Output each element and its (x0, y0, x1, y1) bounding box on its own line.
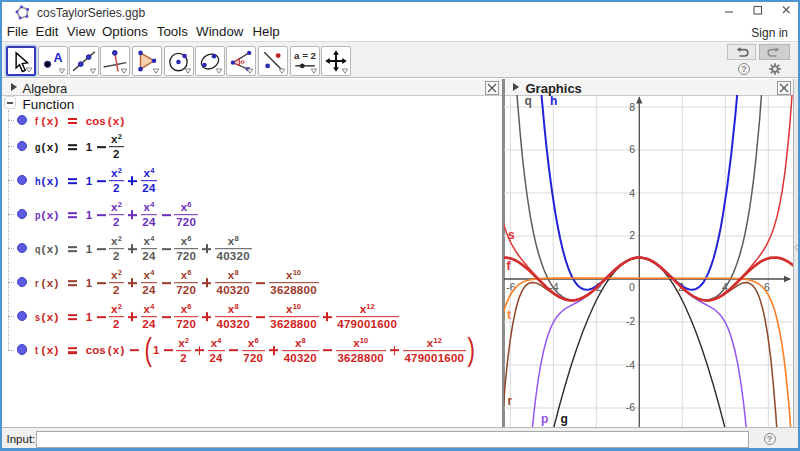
svg-text:2: 2 (629, 229, 635, 241)
svg-text:q: q (525, 95, 532, 108)
svg-text:0: 0 (629, 281, 635, 293)
svg-text:A: A (54, 51, 63, 65)
svg-text:8: 8 (629, 101, 635, 113)
svg-text:t: t (507, 308, 511, 322)
svg-text:r: r (508, 394, 513, 408)
svg-text:-6: -6 (626, 401, 635, 413)
svg-text:-6: -6 (506, 281, 515, 293)
svg-text:p: p (541, 412, 548, 426)
svg-text:4: 4 (629, 187, 635, 199)
svg-text:-2: -2 (626, 315, 635, 327)
svg-text:s: s (508, 228, 515, 242)
svg-text:-4: -4 (626, 359, 635, 371)
svg-text:a = 2: a = 2 (294, 50, 317, 61)
svg-text:h: h (550, 95, 557, 108)
svg-text:6: 6 (629, 143, 635, 155)
svg-text:g: g (561, 412, 568, 426)
